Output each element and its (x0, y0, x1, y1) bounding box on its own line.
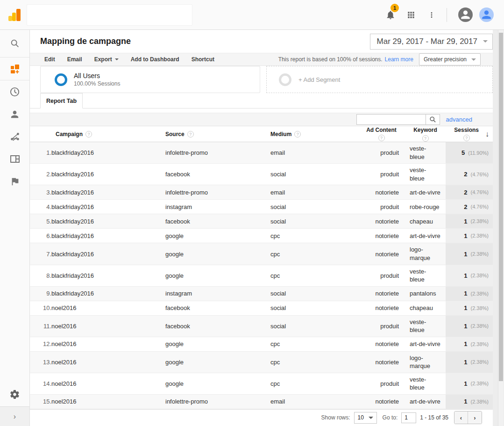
table-row: 9. blackfriday2016 instagram social noto… (30, 287, 493, 301)
table-row: 12. noel2016 google cpc notoriete art-de… (30, 337, 493, 352)
sessions-value: 1 (464, 323, 467, 330)
advanced-search-link[interactable]: advanced (446, 116, 472, 123)
sidebar-item-customization[interactable] (0, 58, 29, 80)
notifications-bell-icon[interactable]: 1 (380, 6, 401, 24)
account-search-input[interactable] (27, 4, 192, 26)
table-row: 7. blackfriday2016 google cpc notoriete … (30, 243, 493, 265)
help-icon[interactable] (85, 131, 92, 137)
search-button[interactable] (426, 114, 440, 125)
google-account-avatar[interactable] (458, 7, 473, 22)
cell-ad-content: produit (364, 270, 399, 282)
goto-page-input[interactable] (401, 412, 416, 423)
left-nav-sidebar: › (0, 30, 30, 426)
cell-campaign: noel2016 (51, 320, 165, 332)
sort-descending-icon[interactable]: ↓ (485, 130, 489, 138)
cell-ad-content: produit (364, 168, 399, 180)
more-options-kebab-icon[interactable] (421, 6, 442, 24)
sidebar-item-behavior-window-icon[interactable] (0, 148, 29, 170)
sidebar-item-admin-gear-icon[interactable] (0, 382, 29, 406)
cell-medium: social (270, 320, 364, 332)
sidebar-search-icon[interactable] (0, 30, 29, 57)
next-page-button[interactable]: › (468, 412, 482, 424)
vertical-scrollbar[interactable] (498, 30, 504, 426)
help-icon[interactable] (187, 131, 194, 137)
cell-keyword: logo-marque (410, 352, 441, 373)
email-button[interactable]: Email (67, 56, 82, 63)
sessions-percent: (2.38%) (470, 233, 489, 238)
edit-button[interactable]: Edit (44, 56, 55, 63)
cell-medium: email (270, 147, 364, 159)
row-index: 6. (40, 230, 51, 242)
sessions-percent: (2.38%) (470, 381, 489, 386)
sidebar-item-audience-person-icon[interactable] (0, 103, 29, 125)
previous-page-button[interactable]: ‹ (454, 412, 468, 424)
segment-name: All Users (74, 72, 120, 79)
cell-sessions: 1 (2.38%) (446, 373, 493, 394)
report-tab-bar: Report Tab (30, 93, 493, 108)
cell-medium: social (270, 168, 364, 180)
cell-sessions: 1 (2.38%) (446, 301, 493, 315)
help-icon[interactable] (294, 131, 301, 137)
chevron-down-icon (471, 58, 476, 61)
cell-medium: cpc (270, 338, 364, 350)
cell-ad-content: notoriete (364, 230, 399, 242)
column-header-medium[interactable]: Medium (270, 131, 291, 137)
export-button[interactable]: Export (94, 56, 119, 63)
learn-more-link[interactable]: Learn more (385, 56, 413, 63)
cell-source: instagram (165, 288, 270, 299)
table-row: 3. blackfriday2016 infolettre-promo emai… (30, 185, 493, 200)
sessions-value: 1 (464, 290, 467, 297)
cell-source: google (165, 356, 270, 368)
row-index: 10. (40, 302, 51, 314)
row-index: 7. (40, 248, 51, 260)
column-header-campaign[interactable]: Campaign (56, 131, 83, 137)
cell-sessions: 1 (2.38%) (446, 243, 493, 264)
sidebar-item-conversions-flag-icon[interactable] (0, 170, 29, 193)
cell-ad-content: notoriete (364, 302, 399, 314)
cell-campaign: blackfriday2016 (51, 216, 165, 227)
row-index: 11. (40, 320, 51, 332)
cell-source: facebook (165, 302, 270, 314)
sessions-value: 1 (464, 251, 467, 258)
sessions-percent: (2.38%) (470, 305, 489, 311)
cell-medium: cpc (270, 230, 364, 242)
sidebar-item-acquisition-share-icon[interactable] (0, 125, 29, 148)
table-row: 1. blackfriday2016 infolettre-promo emai… (30, 142, 493, 164)
cell-source: google (165, 230, 270, 242)
cell-keyword: veste-bleue (410, 373, 441, 394)
user-profile-avatar[interactable] (479, 7, 494, 22)
column-header-ad-content[interactable]: Ad Content (366, 127, 397, 133)
segment-all-users[interactable]: All Users 100.00% Sessions (40, 66, 260, 93)
add-segment-button[interactable]: + Add Segment (266, 66, 493, 93)
tab-report[interactable]: Report Tab (40, 93, 83, 108)
cell-sessions: 2 (4.76%) (446, 200, 493, 214)
help-icon[interactable] (378, 135, 385, 141)
cell-campaign: blackfriday2016 (51, 187, 165, 198)
add-to-dashboard-button[interactable]: Add to Dashboard (131, 56, 179, 63)
column-header-sessions[interactable]: Sessions (454, 127, 479, 133)
help-icon[interactable] (422, 135, 429, 142)
sidebar-collapse-chevron-icon[interactable]: › (0, 406, 29, 426)
precision-dropdown[interactable]: Greater precision (419, 53, 481, 65)
table-search-input[interactable] (356, 114, 426, 125)
shortcut-button[interactable]: Shortcut (192, 56, 214, 63)
cell-source: google (165, 338, 270, 350)
rows-per-page-select[interactable]: 10 (354, 412, 377, 424)
cell-ad-content: notoriete (364, 187, 399, 198)
cell-sessions: 5 (11.90%) (446, 142, 493, 163)
help-icon[interactable] (463, 135, 470, 141)
sidebar-item-realtime-clock-icon[interactable] (0, 80, 29, 103)
cell-medium: email (270, 396, 364, 407)
table-row: 14. noel2016 google cpc produit veste-bl… (30, 373, 493, 395)
scrollbar-thumb[interactable] (499, 33, 503, 381)
cell-ad-content: notoriete (364, 396, 399, 407)
table-body: 1. blackfriday2016 infolettre-promo emai… (30, 142, 493, 409)
column-header-keyword[interactable]: Keyword (413, 126, 437, 134)
table-row: 2. blackfriday2016 facebook social produ… (30, 164, 493, 185)
sessions-percent: (2.38%) (470, 399, 489, 404)
apps-grid-icon[interactable] (401, 6, 421, 24)
column-header-source[interactable]: Source (165, 131, 185, 137)
cell-medium: social (270, 288, 364, 299)
date-range-picker[interactable]: Mar 29, 2017 - Mar 29, 2017 (370, 34, 493, 50)
analytics-logo-icon[interactable] (8, 9, 21, 21)
